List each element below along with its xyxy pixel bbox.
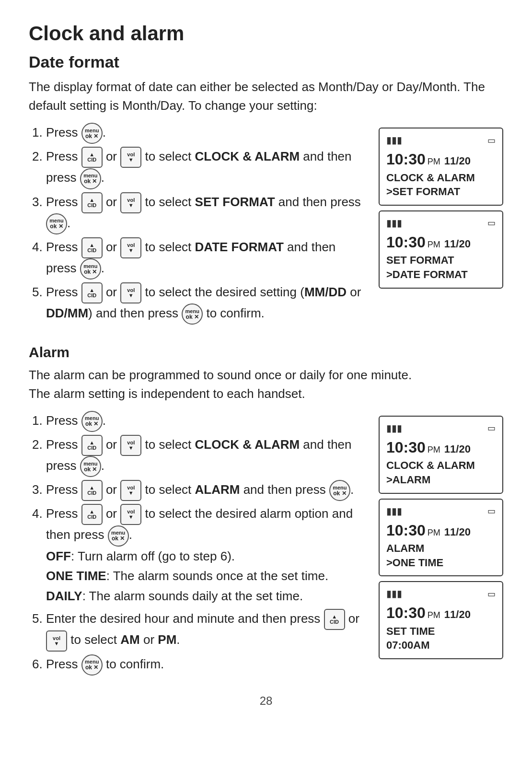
date-format-heading: Date format [29,50,503,74]
vol-button[interactable]: vol ▼ [120,504,141,525]
alarm-intro: The alarm can be programmed to sound onc… [29,366,503,403]
alarm-screen-2: ▮▮▮ ▭ 10:30PM11/20 ALARM >ONE TIME [379,499,503,577]
menu-ok-button[interactable]: menu ok ✕ [80,258,101,280]
label-off: OFF [46,549,71,563]
cid-button[interactable]: ▲ CID [81,282,103,303]
battery-icon: ▭ [487,588,496,600]
menu-ok-button[interactable]: menu ok ✕ [80,168,101,189]
date-format-layout: Press menu ok ✕ . Press ▲ CID or [29,123,503,327]
alarm-step-3: Press ▲ CID or vol ▼ to select ALARM and… [46,480,364,501]
battery-icon: ▭ [487,422,496,434]
screen-time-1: 10:30PM11/20 [386,148,496,170]
alarm-step-1: Press menu ok ✕ . [46,411,364,432]
alarm-section: Alarm The alarm can be programmed to sou… [29,342,503,678]
time-value-a2: 10:30 [386,519,426,541]
page-title: Clock and alarm [29,19,503,48]
cid-button[interactable]: ▲ CID [81,147,103,168]
vol-button[interactable]: vol ▼ [46,630,67,652]
date-2: 11/20 [444,236,471,252]
alarm-screen-line1-1: CLOCK & ALARM [386,458,496,473]
menu-ok-button[interactable]: menu ok ✕ [329,480,350,501]
screen-2: ▮▮▮ ▭ 10:30PM11/20 SET FORMAT >DATE FORM… [379,210,503,289]
ampm-2: PM [428,238,440,251]
alarm-screens: ▮▮▮ ▭ 10:30PM11/20 CLOCK & ALARM >ALARM … [379,411,503,678]
time-value-a1: 10:30 [386,436,426,458]
menu-ok-button[interactable]: menu ok ✕ [108,525,129,547]
ampm-a2: PM [428,526,440,539]
date-format-section: Date format The display format of date c… [29,50,503,327]
alarm-step-5: Enter the desired hour and minute and th… [46,609,364,651]
screen-time-a3: 10:30PM11/20 [386,602,496,624]
menu-ok-button[interactable]: menu ok ✕ [46,213,67,234]
signal-icon: ▮▮▮ [386,133,402,147]
ampm-a3: PM [428,609,440,621]
ampm-a1: PM [428,443,440,456]
alarm-step-2: Press ▲ CID or vol ▼ to select CLOCK & A… [46,435,364,477]
label-set-format: SET FORMAT [195,195,275,209]
screen-time-2: 10:30PM11/20 [386,231,496,253]
label-alarm: ALARM [195,482,240,497]
time-value-1: 10:30 [386,148,426,170]
step-2: Press ▲ CID or vol ▼ to select CLOCK & A… [46,147,364,189]
step-5: Press ▲ CID or vol ▼ to select the desir… [46,282,364,325]
vol-button[interactable]: vol ▼ [120,480,141,501]
time-value-a3: 10:30 [386,602,426,624]
alarm-step-4: Press ▲ CID or vol ▼ to select the desir… [46,504,364,606]
menu-ok-button[interactable]: menu ok ✕ [81,654,103,676]
battery-icon: ▭ [487,134,496,147]
alarm-screen-line2-2: >ONE TIME [386,556,496,570]
label-mm-dd: MM/DD [304,285,347,299]
cid-button[interactable]: ▲ CID [324,609,345,630]
alarm-intro-1: The alarm can be programmed to sound onc… [29,368,412,382]
time-value-2: 10:30 [386,231,426,253]
date-a3: 11/20 [444,607,471,622]
alarm-step-6: Press menu ok ✕ to confirm. [46,654,364,676]
signal-icon: ▮▮▮ [386,587,402,601]
battery-icon: ▭ [487,505,496,517]
alarm-screen-1: ▮▮▮ ▭ 10:30PM11/20 CLOCK & ALARM >ALARM [379,416,503,494]
label-dd-mm: DD/MM [46,306,88,320]
signal-icon: ▮▮▮ [386,504,402,518]
cid-button[interactable]: ▲ CID [81,237,103,258]
step-3: Press ▲ CID or vol ▼ to select SET FORMA… [46,192,364,234]
menu-ok-button[interactable]: menu ok ✕ [80,456,101,477]
alarm-screen-3: ▮▮▮ ▭ 10:30PM11/20 SET TIME 07:00AM [379,581,503,659]
alarm-steps: Press menu ok ✕ . Press ▲ CID or [29,411,364,678]
vol-button[interactable]: vol ▼ [120,147,141,168]
cid-button[interactable]: ▲ CID [81,192,103,213]
step-4: Press ▲ CID or vol ▼ to select DATE FORM… [46,237,364,280]
label-am: AM [120,632,139,647]
menu-ok-button[interactable]: menu ok ✕ [182,303,203,325]
menu-ok-button[interactable]: menu ok ✕ [81,411,103,432]
step-1: Press menu ok ✕ . [46,123,364,144]
date-format-intro: The display format of date can either be… [29,78,503,115]
label-one-time: ONE TIME [46,569,106,583]
menu-ok-button[interactable]: menu ok ✕ [81,123,103,144]
cid-button[interactable]: ▲ CID [81,504,103,525]
alarm-screen-line1-3: SET TIME [386,624,496,639]
screen-line1-1: CLOCK & ALARM [386,171,496,185]
vol-button[interactable]: vol ▼ [120,237,141,258]
screen-line2-1: >SET FORMAT [386,185,496,199]
screen-time-a1: 10:30PM11/20 [386,436,496,458]
label-daily: DAILY [46,589,82,603]
screen-1: ▮▮▮ ▭ 10:30PM11/20 CLOCK & ALARM >SET FO… [379,128,503,206]
date-format-screens: ▮▮▮ ▭ 10:30PM11/20 CLOCK & ALARM >SET FO… [379,123,503,327]
vol-button[interactable]: vol ▼ [120,192,141,213]
vol-button[interactable]: vol ▼ [120,282,141,303]
date-a1: 11/20 [444,442,471,457]
date-a2: 11/20 [444,525,471,540]
screen-line1-2: SET FORMAT [386,253,496,268]
screen-line2-2: >DATE FORMAT [386,268,496,282]
page-number: 28 [29,693,503,710]
vol-button[interactable]: vol ▼ [120,435,141,456]
alarm-screen-line2-1: >ALARM [386,473,496,487]
label-clock-alarm-2: CLOCK & ALARM [195,437,300,452]
ampm-1: PM [428,155,440,168]
page-container: Clock and alarm Date format The display … [29,19,503,710]
alarm-list: Press menu ok ✕ . Press ▲ CID or [29,411,364,676]
signal-icon: ▮▮▮ [386,421,402,435]
cid-button[interactable]: ▲ CID [81,480,103,501]
cid-button[interactable]: ▲ CID [81,435,103,456]
date-format-steps: Press menu ok ✕ . Press ▲ CID or [29,123,364,327]
